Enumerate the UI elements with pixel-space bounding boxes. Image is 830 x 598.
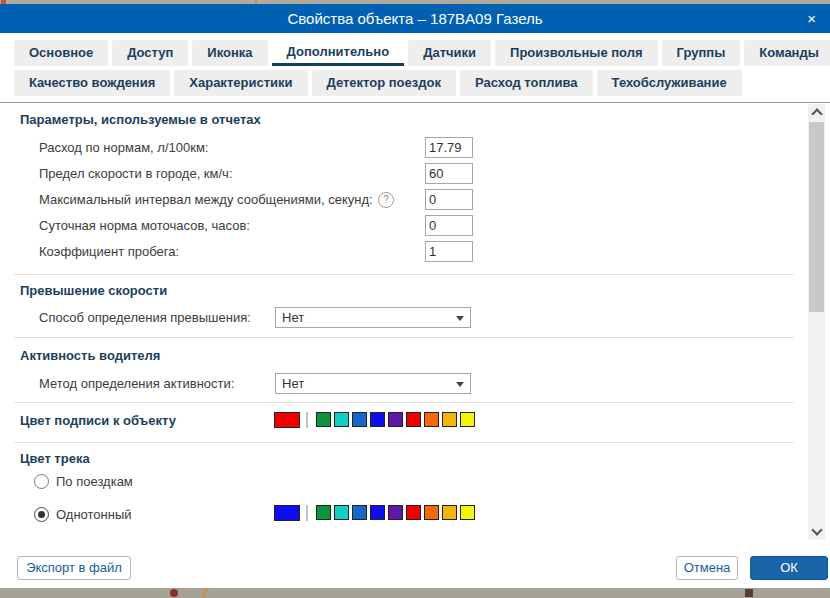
close-icon[interactable]: × [801, 4, 822, 33]
tab-raskhod-topliva[interactable]: Расход топлива [460, 70, 593, 96]
track-color-swatch-amber[interactable] [442, 505, 457, 520]
field-row-consumption: Расход по нормам, л/100км: [0, 137, 830, 158]
label-color-swatch-red[interactable] [406, 412, 421, 427]
urban-speed-limit-input[interactable] [425, 163, 473, 184]
section-track-color: Цвет трека [20, 451, 90, 466]
scroll-up-icon [811, 108, 822, 119]
label-color-swatch-amber[interactable] [442, 412, 457, 427]
label-color-picker [274, 411, 478, 428]
tab-proizvolnye-polya[interactable]: Произвольные поля [495, 40, 657, 66]
mileage-coefficient-label: Коэффициент пробега: [39, 241, 179, 262]
swatch-divider [306, 412, 308, 428]
speeding-method-select[interactable]: Нет [275, 307, 471, 328]
tabs-primary: Основное Доступ Иконка Дополнительно Дат… [14, 40, 830, 66]
activity-method-value: Нет [282, 376, 304, 391]
max-message-interval-label: Максимальный интервал между сообщениями,… [39, 189, 373, 210]
radio-solid-label[interactable]: Однотонный [56, 507, 132, 522]
tab-ikonka[interactable]: Иконка [192, 40, 267, 66]
section-driver-activity: Активность водителя [20, 348, 160, 363]
mileage-coefficient-input[interactable] [425, 241, 473, 262]
label-color-swatch-orange[interactable] [424, 412, 439, 427]
tab-tekhobsluzhivanie[interactable]: Техобслуживание [597, 70, 742, 96]
section-divider [14, 402, 794, 403]
field-row-speeding-method: Способ определения превышения: Нет [0, 307, 830, 328]
tab-osnovnoe[interactable]: Основное [14, 40, 108, 66]
map-road-line [202, 588, 207, 598]
tab-kharakteristiki[interactable]: Характеристики [174, 70, 307, 96]
label-color-swatch-yellow[interactable] [460, 412, 475, 427]
tab-dopolnitelno[interactable]: Дополнительно [272, 40, 405, 66]
tabs-secondary: Качество вождения Характеристики Детекто… [14, 70, 742, 96]
dialog-titlebar: Свойства объекта – 187BA09 Газель × [0, 4, 830, 33]
map-background-bottom [0, 588, 830, 598]
field-row-activity-method: Метод определения активности: Нет [0, 373, 830, 394]
activity-method-select[interactable]: Нет [275, 373, 471, 394]
help-icon[interactable]: ? [378, 192, 394, 208]
section-divider [14, 337, 794, 338]
tab-komandy[interactable]: Команды [744, 40, 830, 66]
consumption-rate-input[interactable] [425, 137, 473, 158]
activity-method-label: Метод определения активности: [39, 373, 234, 394]
track-color-solid-option[interactable]: Однотонный [34, 506, 132, 522]
track-color-picker [274, 504, 478, 521]
scroll-down-button[interactable] [808, 523, 825, 540]
track-color-swatch-blue[interactable] [370, 505, 385, 520]
section-label-color: Цвет подписи к объекту [20, 413, 176, 428]
max-message-interval-input[interactable] [425, 189, 473, 210]
track-color-swatch-green[interactable] [316, 505, 331, 520]
map-marker [745, 589, 753, 597]
consumption-rate-label: Расход по нормам, л/100км: [39, 137, 208, 158]
field-row-engine-hours: Суточная норма моточасов, часов: [0, 215, 830, 236]
tab-detektor-poezdok[interactable]: Детектор поездок [312, 70, 456, 96]
ok-button[interactable]: ОК [750, 556, 828, 580]
radio-solid[interactable] [34, 507, 49, 522]
tab-datchiki[interactable]: Датчики [408, 40, 491, 66]
track-color-swatch-red[interactable] [406, 505, 421, 520]
tab-kachestvo-vozhdeniya[interactable]: Качество вождения [14, 70, 170, 96]
section-speeding: Превышение скорости [20, 283, 167, 298]
scrollbar[interactable] [808, 104, 825, 540]
speeding-method-value: Нет [282, 310, 304, 325]
cancel-button[interactable]: Отмена [676, 556, 738, 580]
field-row-speed-limit: Предел скорости в городе, км/ч: [0, 163, 830, 184]
track-color-swatch-mediumblue[interactable] [352, 505, 367, 520]
radio-by-trips[interactable] [34, 474, 49, 489]
scrollbar-thumb[interactable] [809, 122, 824, 312]
track-color-by-trips-option[interactable]: По поездкам [34, 473, 133, 489]
track-color-swatch-yellow[interactable] [460, 505, 475, 520]
selected-label-color-swatch[interactable] [274, 412, 300, 428]
tab-dostup[interactable]: Доступ [112, 40, 188, 66]
scroll-down-icon [811, 524, 822, 535]
radio-by-trips-label[interactable]: По поездкам [56, 474, 133, 489]
label-color-swatch-mediumblue[interactable] [352, 412, 367, 427]
chevron-down-icon [456, 316, 464, 321]
field-row-max-interval: Максимальный интервал между сообщениями,… [0, 189, 830, 210]
scroll-up-button[interactable] [808, 104, 825, 121]
urban-speed-limit-label: Предел скорости в городе, км/ч: [39, 163, 233, 184]
daily-engine-hours-label: Суточная норма моточасов, часов: [39, 215, 250, 236]
track-color-swatch-purple[interactable] [388, 505, 403, 520]
swatch-divider [306, 505, 308, 521]
section-report-params: Параметры, используемые в отчетах [20, 112, 261, 127]
section-divider [14, 442, 794, 443]
track-color-swatch-orange[interactable] [424, 505, 439, 520]
field-row-mileage-coefficient: Коэффициент пробега: [0, 241, 830, 262]
label-color-swatch-blue[interactable] [370, 412, 385, 427]
label-color-swatch-purple[interactable] [388, 412, 403, 427]
label-color-swatch-cyan[interactable] [334, 412, 349, 427]
selected-track-color-swatch[interactable] [274, 505, 300, 521]
tab-gruppy[interactable]: Группы [662, 40, 741, 66]
export-to-file-button[interactable]: Экспорт в файл [17, 556, 131, 580]
tabs-divider [0, 102, 830, 103]
speeding-method-label: Способ определения превышения: [39, 307, 251, 328]
dialog-title: Свойства объекта – 187BA09 Газель [0, 4, 830, 33]
daily-engine-hours-input[interactable] [425, 215, 473, 236]
track-color-swatch-cyan[interactable] [334, 505, 349, 520]
object-properties-dialog: Свойства объекта – 187BA09 Газель × Осно… [0, 0, 830, 598]
section-divider [14, 274, 794, 275]
map-marker [170, 589, 178, 597]
chevron-down-icon [456, 382, 464, 387]
label-color-swatch-green[interactable] [316, 412, 331, 427]
